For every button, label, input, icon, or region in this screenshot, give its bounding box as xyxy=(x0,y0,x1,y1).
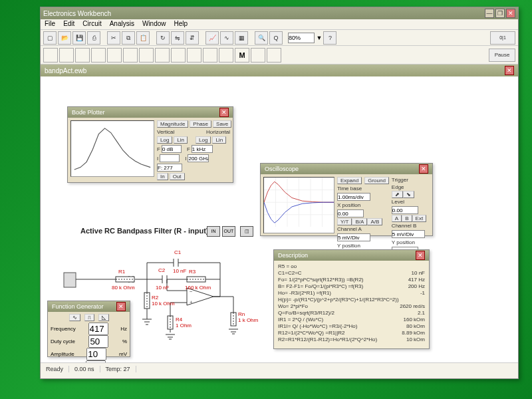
scope-yt-button[interactable]: Y/T xyxy=(337,218,352,225)
window-buttons: — ❐ ✕ xyxy=(485,9,515,18)
titlebar[interactable]: Electronics Workbench — ❐ ✕ xyxy=(41,7,518,19)
bode-hi-input[interactable] xyxy=(188,154,209,162)
part-indicator-icon[interactable] xyxy=(171,48,186,63)
chart-icon[interactable]: ▦ xyxy=(235,31,248,45)
run-switch[interactable]: 0|1 xyxy=(490,31,515,45)
doc-tab[interactable]: bandpAct.ewb ✕ xyxy=(41,65,518,76)
bode-plotter-window[interactable]: Bode Plotter ✕ Magnitude Phase Save Vert… xyxy=(67,106,233,183)
scope-timebase-input[interactable] xyxy=(337,193,370,201)
circuit-canvas[interactable]: Bode Plotter ✕ Magnitude Phase Save Vert… xyxy=(41,76,518,362)
save-icon[interactable]: 💾 xyxy=(72,31,86,45)
scope-trig-a-button[interactable]: A xyxy=(392,215,402,222)
scope-trig-b-button[interactable]: B xyxy=(402,215,412,222)
circuit-title: Active RC Bandpass Filter (R - input) xyxy=(80,227,209,235)
scope-edge-rise-icon[interactable]: ⬈ xyxy=(392,191,403,198)
bode-in-button[interactable]: In xyxy=(157,173,168,180)
close-button[interactable]: ✕ xyxy=(506,9,515,18)
desc-line: R2=R1*R12/(R1-R12)=Ho*R1/(2*Q^2*Ho)10 kO… xyxy=(278,336,425,343)
bode-magnitude-button[interactable]: Magnitude xyxy=(157,120,188,128)
bode-v-lin-button[interactable]: Lin xyxy=(174,136,188,144)
scope-trig-ext-button[interactable]: Ext xyxy=(412,215,427,222)
bode-h-lin-button[interactable]: Lin xyxy=(212,136,226,144)
scope-level-input[interactable] xyxy=(392,206,418,214)
desc-close-icon[interactable]: ✕ xyxy=(416,251,425,260)
part-extra1-icon[interactable] xyxy=(251,48,265,63)
bode-phase-button[interactable]: Phase xyxy=(190,120,211,128)
oscilloscope-window[interactable]: Oscilloscope ✕ ExpandGround Time base X … xyxy=(260,163,433,236)
circuit-schematic[interactable]: C1 10 nF C2 10 nF R1 80 k Ohm R2 10 k Oh… xyxy=(57,236,267,356)
bode-h-log-button[interactable]: Log xyxy=(196,136,211,144)
bode-hf-input[interactable] xyxy=(192,145,213,153)
scope-titlebar[interactable]: Oscilloscope ✕ xyxy=(261,164,432,174)
desc-titlebar[interactable]: Description ✕ xyxy=(274,250,429,261)
scope-edge-fall-icon[interactable]: ⬊ xyxy=(403,191,414,198)
main-toolbar: ▢ 📂 💾 ⎙ ✂ ⧉ 📋 ↻ ⇋ ⇵ 📈 ∿ ▦ 🔍 Q ▼ ? 0|1 xyxy=(41,30,518,46)
menu-edit[interactable]: Edit xyxy=(63,20,74,29)
scope-cha-vdiv[interactable] xyxy=(337,233,370,241)
part-mixed-icon[interactable] xyxy=(123,48,138,63)
part-analog-icon[interactable] xyxy=(107,48,122,63)
flipv-icon[interactable]: ⇵ xyxy=(186,31,199,45)
part-extra2-icon[interactable] xyxy=(267,48,281,63)
graph-icon[interactable]: 📈 xyxy=(205,31,219,45)
scope-ground-button[interactable]: Ground xyxy=(364,177,389,184)
bode-out-button[interactable]: Out xyxy=(170,173,185,180)
maximize-button[interactable]: ❐ xyxy=(495,9,505,18)
bode-titlebar[interactable]: Bode Plotter ✕ xyxy=(68,107,233,118)
circuit-scope-icon[interactable]: ◫ xyxy=(240,226,253,237)
part-instr-icon[interactable] xyxy=(219,48,233,63)
bode-vi-input[interactable] xyxy=(160,154,180,162)
svg-text:80 k Ohm: 80 k Ohm xyxy=(112,285,135,291)
analysis-icon[interactable]: ∿ xyxy=(220,31,233,45)
bode-v-log-button[interactable]: Log xyxy=(157,136,172,144)
minimize-button[interactable]: — xyxy=(485,9,494,18)
copy-icon[interactable]: ⧉ xyxy=(122,31,135,45)
fgen-row-input[interactable] xyxy=(86,360,106,362)
menu-circuit[interactable]: Circuit xyxy=(82,20,101,29)
scope-expand-button[interactable]: Expand xyxy=(337,177,362,184)
scope-xpos-input[interactable] xyxy=(337,209,364,217)
part-basic-icon[interactable] xyxy=(59,48,74,63)
menu-window[interactable]: Window xyxy=(142,20,166,29)
doc-close-icon[interactable]: ✕ xyxy=(505,66,514,75)
fliph-icon[interactable]: ⇋ xyxy=(171,31,184,45)
pause-button[interactable]: Pause xyxy=(489,49,515,62)
zoom-combo[interactable]: ▼ xyxy=(288,33,322,43)
help-icon[interactable]: ? xyxy=(323,31,336,45)
part-control-icon[interactable] xyxy=(187,48,201,63)
bode-save-button[interactable]: Save xyxy=(213,120,231,128)
menu-analysis[interactable]: Analysis xyxy=(110,20,134,29)
scope-ab-button[interactable]: A/B xyxy=(367,218,382,225)
part-sources-icon[interactable] xyxy=(43,48,58,63)
part-logic-icon[interactable] xyxy=(155,48,170,63)
bode-freq-input[interactable] xyxy=(157,164,182,172)
part-transistor-icon[interactable] xyxy=(91,48,106,63)
bode-title: Bode Plotter xyxy=(72,109,105,116)
print-icon[interactable]: ⎙ xyxy=(87,31,100,45)
menu-file[interactable]: File xyxy=(45,20,55,29)
zoom-in-icon[interactable]: 🔍 xyxy=(255,31,268,45)
part-digital-icon[interactable] xyxy=(139,48,154,63)
part-m-icon[interactable]: M xyxy=(235,48,249,63)
svg-text:Rn: Rn xyxy=(238,311,245,317)
scope-close-icon[interactable]: ✕ xyxy=(419,164,428,174)
description-window[interactable]: Description ✕ R5 = ooC1=C2=C10 nFFo= 1/(… xyxy=(273,249,430,349)
part-diode-icon[interactable] xyxy=(75,48,90,63)
circuit-in-port[interactable]: IN xyxy=(207,226,220,237)
open-icon[interactable]: 📂 xyxy=(58,31,71,45)
bode-close-icon[interactable]: ✕ xyxy=(219,108,229,117)
scope-ba-button[interactable]: B/A xyxy=(352,218,367,225)
svg-rect-0 xyxy=(71,121,154,175)
bode-vf-input[interactable] xyxy=(162,145,182,153)
scope-chb-vdiv[interactable] xyxy=(392,230,425,238)
new-icon[interactable]: ▢ xyxy=(43,31,57,45)
zoom-input[interactable] xyxy=(288,33,315,43)
paste-icon[interactable]: 📋 xyxy=(136,31,150,45)
circuit-out-port[interactable]: OUT xyxy=(222,226,235,237)
desc-line: B= F2-F1= Fo/Q=1/(pi*R3*C) =f(R3)200 Hz xyxy=(278,283,425,290)
menu-help[interactable]: Help xyxy=(174,20,188,29)
rotate-icon[interactable]: ↻ xyxy=(156,31,170,45)
part-misc-icon[interactable] xyxy=(203,48,217,63)
zoom-out-icon[interactable]: Q xyxy=(269,31,283,45)
cut-icon[interactable]: ✂ xyxy=(107,31,120,45)
